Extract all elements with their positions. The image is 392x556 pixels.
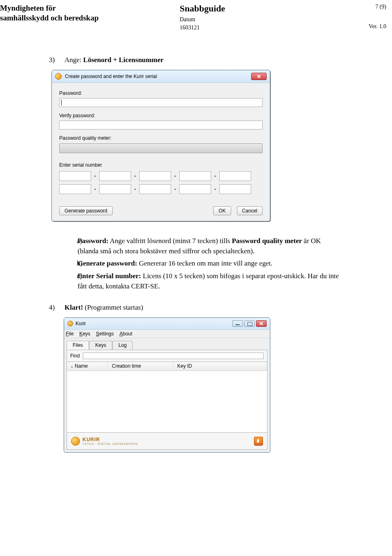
menu-settings[interactable]: Settings: [96, 331, 114, 337]
menubar: File Keys Settings About: [64, 330, 270, 338]
column-key-id[interactable]: Key ID: [173, 362, 267, 371]
substep-c-b1: Enter Serial number:: [78, 272, 141, 280]
header-org: Myndigheten för samhällsskydd och bereds…: [0, 3, 180, 23]
column-creation-time[interactable]: Creation time: [108, 362, 173, 371]
tab-files[interactable]: Files: [67, 341, 89, 350]
dash-icon: -: [173, 173, 177, 179]
dash-icon: -: [133, 173, 137, 179]
header-org-line1: Myndigheten för: [0, 3, 180, 13]
substep-a-b1: Password:: [78, 237, 109, 245]
header-mid: Snabbguide Datum 1603121: [180, 3, 369, 31]
tab-log[interactable]: Log: [112, 341, 133, 350]
column-name[interactable]: ▴Name: [67, 362, 108, 371]
substep-b-b1: Generate password:: [78, 259, 137, 267]
step-4-bold: Klart!: [65, 304, 83, 311]
find-label: Find: [70, 353, 80, 359]
serial-row-1: - - - -: [59, 171, 263, 181]
header-datum-label: Datum: [180, 16, 195, 22]
sort-icon: ▴: [71, 364, 73, 368]
menu-about[interactable]: About: [119, 331, 132, 337]
serial-input-4[interactable]: [179, 171, 211, 181]
serial-row-2: - - - -: [59, 184, 263, 194]
app-icon: [67, 321, 73, 326]
dash-icon: -: [93, 186, 97, 192]
header-datum-value: 1603121: [180, 25, 200, 31]
step-3-number: 3): [49, 56, 65, 64]
step-4: 4) Klart! (Programmet startas): [49, 304, 343, 312]
quality-meter-bar: [59, 143, 263, 153]
maximize-icon[interactable]: [244, 320, 255, 327]
step-3: 3) Ange: Lösenord + Licensnummer: [49, 56, 343, 64]
serial-input-1[interactable]: [59, 171, 91, 181]
dash-icon: -: [173, 186, 177, 192]
verify-password-label: Verify password:: [59, 113, 263, 118]
tab-keys[interactable]: Keys: [89, 341, 112, 350]
serial-input-7[interactable]: [99, 184, 131, 194]
logo-text: KURIR: [82, 437, 100, 442]
find-input[interactable]: [83, 353, 264, 359]
substep-c-letter: c): [64, 271, 78, 291]
app-icon: [55, 73, 62, 80]
dialog-create-password: Create password and enter the Kurir seri…: [51, 70, 270, 221]
serial-input-8[interactable]: [139, 184, 171, 194]
file-table: ▴Name Creation time Key ID: [67, 362, 267, 433]
header-title: Snabbguide: [180, 3, 369, 14]
titlebar[interactable]: Kurir: [64, 318, 270, 330]
header-right: 7 (9) Ver. 1.0: [369, 3, 386, 30]
password-input[interactable]: [59, 98, 263, 107]
logo-subtext: TUTUS · DIGITAL GATEKEEPERS: [82, 442, 138, 445]
fire-icon[interactable]: [254, 437, 263, 446]
serial-input-2[interactable]: [99, 171, 131, 181]
substep-b: b) Generate password: Genererar 16 tecke…: [64, 259, 343, 269]
serial-input-3[interactable]: [139, 171, 171, 181]
dash-icon: -: [213, 173, 217, 179]
dialog-title: Create password and enter the Kurir seri…: [65, 74, 251, 79]
find-row: Find: [67, 350, 267, 362]
substep-b-letter: b): [64, 259, 78, 269]
dash-icon: -: [93, 173, 97, 179]
dash-icon: -: [213, 186, 217, 192]
ok-button[interactable]: OK: [213, 206, 231, 215]
substep-a-b2: Password quality meter: [232, 237, 302, 245]
header-version: Ver. 1.0: [369, 23, 386, 30]
substep-b-r1: Genererar 16 tecken om man inte vill ang…: [137, 259, 272, 267]
cancel-button[interactable]: Cancel: [237, 206, 263, 215]
step-3-bold: Lösenord + Licensnummer: [83, 56, 164, 64]
substep-a: a) Password: Ange valfritt lösenord (min…: [64, 236, 343, 256]
serial-input-5[interactable]: [219, 171, 251, 181]
tab-row: Files Keys Log: [67, 341, 267, 350]
step-4-rest: (Programmet startas): [83, 304, 143, 311]
substep-a-r1: Ange valfritt lösenord (minst 7 tecken) …: [109, 237, 232, 245]
medal-icon: [71, 437, 80, 446]
verify-password-input[interactable]: [59, 121, 263, 130]
page-header: Myndigheten för samhällsskydd och bereds…: [0, 3, 386, 31]
menu-keys[interactable]: Keys: [79, 331, 90, 337]
quality-meter-label: Password quality meter:: [59, 135, 263, 141]
titlebar[interactable]: Create password and enter the Kurir seri…: [52, 70, 270, 83]
statusbar: KURIR TUTUS · DIGITAL GATEKEEPERS: [67, 433, 267, 450]
window-title: Kurir: [76, 321, 232, 326]
table-body[interactable]: [67, 371, 267, 432]
generate-password-button[interactable]: Generate password: [59, 206, 113, 215]
serial-label: Enter serial number: [59, 162, 263, 168]
close-icon[interactable]: [256, 320, 267, 327]
substep-a-letter: a): [64, 236, 78, 256]
minimize-icon[interactable]: [232, 320, 243, 327]
password-label: Password:: [59, 90, 263, 96]
step-4-number: 4): [49, 304, 65, 312]
dialog-footer: Generate password OK Cancel: [52, 200, 270, 221]
header-page-number: 7 (9): [369, 3, 386, 11]
serial-input-6[interactable]: [59, 184, 91, 194]
dash-icon: -: [133, 186, 137, 192]
close-icon[interactable]: [251, 73, 267, 80]
kurir-main-window: Kurir File Keys Settings About Files Key…: [64, 317, 270, 453]
header-org-line2: samhällsskydd och beredskap: [0, 13, 180, 23]
substep-c: c) Enter Serial number: Licens (10 x 5 t…: [64, 271, 343, 291]
serial-input-9[interactable]: [179, 184, 211, 194]
kurir-logo: KURIR TUTUS · DIGITAL GATEKEEPERS: [71, 437, 138, 446]
step-3-prefix: Ange:: [65, 56, 83, 64]
menu-file[interactable]: File: [66, 331, 74, 337]
serial-input-10[interactable]: [219, 184, 251, 194]
